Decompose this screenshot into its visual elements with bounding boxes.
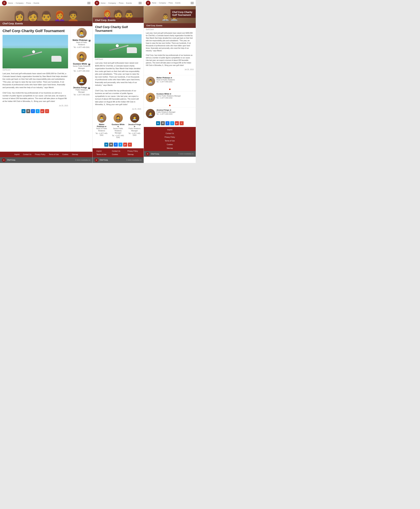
- google-icon-col3[interactable]: g+: [175, 121, 179, 125]
- twitter-icon[interactable]: t: [36, 109, 40, 113]
- contact-role-sm-jessica: Public Relations Manager: [128, 127, 141, 132]
- breadcrumb-company[interactable]: Company: [16, 2, 23, 4]
- article-date: Jul 25, 2015: [0, 104, 71, 108]
- contact-tel-jessica: Tel. +1-877-445-5343: [74, 94, 90, 96]
- email-icon-col2[interactable]: ✉: [109, 143, 113, 147]
- contact-name-jessica: Jessica Frings ✉: [73, 86, 90, 89]
- footer-sitemap[interactable]: Sitemap: [71, 153, 79, 156]
- contact-card-jessica: 👩‍💼 Jessica Frings ✉ Public Relations Ma…: [72, 75, 91, 96]
- article-body-col3-2: Chef Corp. has invited the top professio…: [144, 53, 196, 68]
- facebook-icon-col2[interactable]: f: [114, 143, 118, 147]
- footer-bottom: C Chef Corp. © 2015 CoreMedia AG: [0, 157, 92, 163]
- facebook-icon-col3[interactable]: f: [165, 121, 170, 125]
- plus-icon-col3[interactable]: +: [180, 121, 184, 125]
- nav-logo[interactable]: C: [2, 1, 7, 5]
- twitter-icon-col3[interactable]: t: [170, 121, 174, 125]
- footer-terms[interactable]: Terms of Use: [48, 153, 60, 156]
- event-label: Golf Event: [0, 69, 71, 71]
- contact-tel-sm-gustavo: Tel. +1-877-445-5342: [111, 135, 125, 139]
- hamburger-menu[interactable]: [87, 2, 90, 4]
- column-1: C Home › Company › Press › Events 👩🧑👨👩‍🦰…: [0, 0, 92, 163]
- footer-cookies-col2[interactable]: Cookies: [111, 153, 126, 156]
- golf-shoe-icon-col2: [127, 47, 137, 53]
- email-icon-walter[interactable]: ✉: [89, 40, 90, 41]
- email-share-icon[interactable]: ✉: [26, 109, 30, 113]
- footer-imprint-col3[interactable]: Imprint: [166, 128, 174, 131]
- linkedin-icon-col2[interactable]: in: [104, 143, 108, 147]
- hero-title-col2: Chef Corp. Events: [95, 19, 141, 22]
- footer-imprint[interactable]: Imprint: [13, 153, 21, 156]
- dot-separator-2: [169, 89, 171, 90]
- golf-image: [2, 35, 68, 69]
- nav-bar-col2: C Home › Company › Press › Events: [93, 0, 144, 6]
- avatar-col3-jessica: 👩‍💼: [146, 109, 155, 118]
- nav-logo-col3[interactable]: C: [146, 1, 150, 5]
- contact-card-sm-gustavo: 🤵 Gustavo White ✉ Senior Public Relation…: [111, 113, 125, 139]
- name-col3-walter: Walter Pinkman ✉: [156, 77, 194, 79]
- footer-company-col3: Chef Corp.: [151, 153, 159, 155]
- footer-col3: Imprint Contact Us Privacy Policy Terms …: [144, 127, 196, 151]
- google-icon-col2[interactable]: g+: [123, 143, 127, 147]
- footer-terms-col3[interactable]: Terms of Use: [164, 139, 176, 142]
- footer-terms-col2[interactable]: Terms of Use: [95, 153, 110, 156]
- footer-company-name: Chef Corp.: [7, 159, 16, 161]
- social-icons-col3: in ✉ f t g+ +: [144, 120, 196, 127]
- role-col3-gustavo: Senior Public Relations Manager: [156, 95, 194, 97]
- email-icon-jessica[interactable]: ✉: [88, 87, 90, 88]
- dot-separator-3: [169, 105, 171, 106]
- footer-privacy-col2[interactable]: Privacy Policy: [126, 150, 141, 153]
- footer-imprint-col2[interactable]: Imprint: [95, 150, 110, 153]
- article-body-1: Last year, food and golf enthusiasts hav…: [0, 71, 71, 90]
- contact-card-sm-walter: 👨‍💼 Walter Pinkman ✉ Head of Public Rela…: [95, 113, 108, 139]
- name-col3-jessica: Jessica Frings ✉: [156, 109, 194, 111]
- avatar-gustavo: 🤵: [77, 52, 87, 62]
- footer-cookies-col3[interactable]: Cookies: [165, 143, 174, 146]
- footer-sitemap-col3[interactable]: Sitemap: [165, 147, 174, 150]
- avatar-sm-walter: 👨‍💼: [97, 113, 106, 123]
- email-icon-gustavo[interactable]: ✉: [88, 63, 90, 65]
- article-title: Chef Corp Charity Golf Tournament: [0, 26, 71, 35]
- hamburger-menu-col2[interactable]: [139, 2, 142, 4]
- footer-sitemap-col2[interactable]: Sitemap: [126, 153, 141, 156]
- twitter-icon-col2[interactable]: t: [119, 143, 122, 147]
- linkedin-icon-col3[interactable]: in: [156, 121, 160, 125]
- footer-contact-col3[interactable]: Contact Us: [164, 132, 175, 135]
- footer-contact-col2[interactable]: Contact Us: [111, 150, 126, 153]
- footer-privacy-col3[interactable]: Privacy Policy: [163, 136, 176, 139]
- dot-separator-1: [169, 72, 171, 74]
- contact-col3-gustavo: 🤵 Gustavo White ✉ Senior Public Relation…: [144, 91, 196, 103]
- contact-name-sm-walter: Walter Pinkman ✉: [95, 123, 108, 127]
- breadcrumb-home[interactable]: Home: [8, 2, 13, 4]
- footer-privacy[interactable]: Privacy Policy: [34, 153, 47, 156]
- facebook-icon[interactable]: f: [31, 109, 35, 113]
- plus-icon-col2[interactable]: +: [128, 143, 132, 147]
- hero-title: Chef Corp. Events: [2, 22, 90, 25]
- contact-name-walter: Walter Pinkman ✉: [73, 39, 91, 41]
- main-content: Chef Corp Charity Golf Tournament Golf E…: [0, 26, 92, 152]
- contacts-row-col2: 👨‍💼 Walter Pinkman ✉ Head of Public Rela…: [93, 111, 144, 141]
- hero-col3: 👨‍💼👩‍💼 Chef Corp. Events Chef Corp Chari…: [144, 6, 196, 28]
- hero-subtitle-col3: Chef Corp. Events: [146, 24, 193, 27]
- article-date-col2: Jul 25, 2015: [93, 107, 144, 111]
- article-body-col2-2: Chef Corp. has invited the top professio…: [93, 88, 144, 107]
- footer-contact-us[interactable]: Contact Us: [22, 153, 33, 156]
- breadcrumb-press[interactable]: Press: [26, 2, 31, 4]
- footer-cookies[interactable]: Cookies: [61, 153, 70, 156]
- hero-overlay-col2: Chef Corp. Events: [93, 17, 144, 23]
- linkedin-icon[interactable]: in: [22, 109, 26, 113]
- article-body-col3: Last year, food and golf enthusiasts hav…: [144, 31, 196, 53]
- role-col3-jessica: Public Relations Manager: [156, 111, 194, 113]
- article-section: Chef Corp Charity Golf Tournament Golf E…: [0, 26, 71, 152]
- contact-role-jessica: Public Relations Manager: [72, 89, 91, 93]
- contact-col3-jessica: 👩‍💼 Jessica Frings ✉ Public Relations Ma…: [144, 108, 196, 120]
- add-share-icon[interactable]: +: [45, 109, 49, 113]
- google-plus-icon[interactable]: g+: [40, 109, 44, 113]
- email-icon-col3[interactable]: ✉: [161, 121, 165, 125]
- breadcrumb-events[interactable]: Events: [34, 2, 39, 4]
- event-label-col2: Golf Event: [93, 58, 144, 60]
- social-share-icons: in ✉ f t g+ +: [0, 108, 71, 115]
- golf-ball-icon: [32, 50, 35, 53]
- nav-logo-col2[interactable]: C: [95, 1, 99, 5]
- contact-role-walter: Head of Public Relations: [72, 41, 91, 46]
- hamburger-menu-col3[interactable]: [191, 2, 194, 4]
